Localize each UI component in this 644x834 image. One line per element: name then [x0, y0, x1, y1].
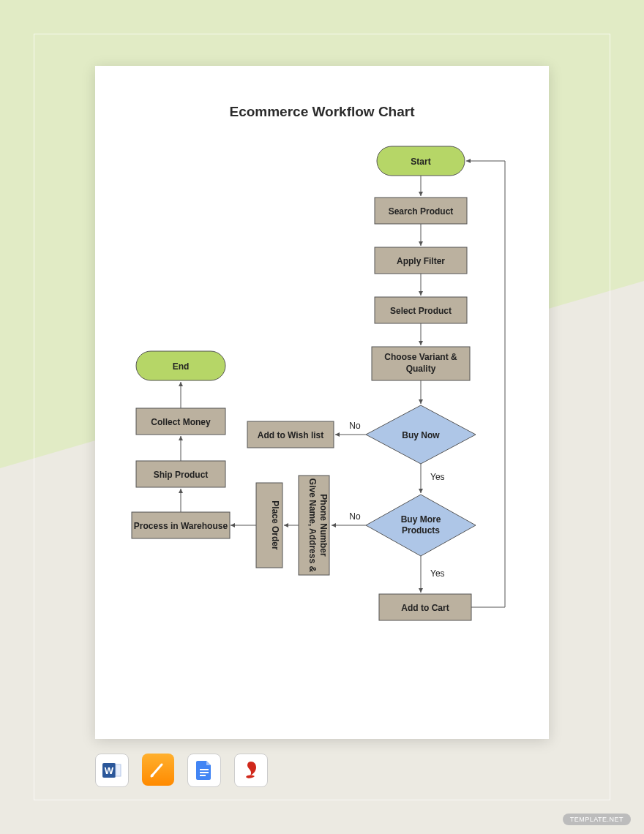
pages-icon[interactable]	[142, 754, 174, 786]
gdocs-icon[interactable]	[187, 754, 221, 787]
node-start-label: Start	[411, 157, 430, 167]
svg-rect-4	[200, 769, 209, 770]
node-buymore-l1: Buy More	[401, 514, 441, 525]
edge-label-no: No	[349, 421, 361, 431]
node-buynow-label: Buy Now	[402, 430, 440, 440]
svg-text:W: W	[105, 765, 114, 776]
node-buymore-l2: Products	[402, 525, 440, 536]
node-variant-l1: Choose Variant &	[384, 352, 457, 362]
edge-label-yes: Yes	[430, 568, 445, 579]
pdf-icon[interactable]	[234, 754, 268, 787]
node-search-label: Search Product	[389, 206, 454, 217]
format-icons-row: W	[95, 754, 268, 787]
node-wishlist-label: Add to Wish list	[258, 430, 324, 440]
node-addcart-label: Add to Cart	[401, 603, 449, 613]
watermark-badge: TEMPLATE.NET	[563, 814, 631, 825]
svg-rect-2	[116, 764, 121, 776]
node-warehouse-label: Process in Warehouse	[134, 521, 228, 531]
word-icon[interactable]: W	[95, 754, 129, 787]
node-filter-label: Apply Filter	[397, 256, 445, 266]
svg-point-3	[151, 774, 154, 777]
node-variant-l2: Quality	[406, 364, 436, 374]
edge-label-no: No	[349, 511, 361, 522]
node-give-l2: Phone Number	[318, 494, 329, 557]
node-end-label: End	[173, 361, 190, 372]
svg-rect-6	[200, 775, 206, 776]
node-place-label: Place Order	[270, 500, 280, 550]
node-ship-label: Ship Product	[154, 470, 209, 480]
svg-rect-5	[200, 772, 209, 773]
template-preview-card: Ecommerce Workflow Chart Start Search Pr…	[0, 0, 644, 834]
node-collect-label: Collect Money	[151, 417, 211, 427]
node-give-l1: Give Name, Address &	[307, 478, 318, 573]
document-page: Ecommerce Workflow Chart Start Search Pr…	[95, 66, 549, 739]
edge-label-yes: Yes	[430, 472, 445, 482]
flow-loop	[466, 161, 505, 607]
flowchart: Start Search Product Apply Filter Select…	[95, 66, 549, 739]
node-select-label: Select Product	[390, 306, 452, 316]
